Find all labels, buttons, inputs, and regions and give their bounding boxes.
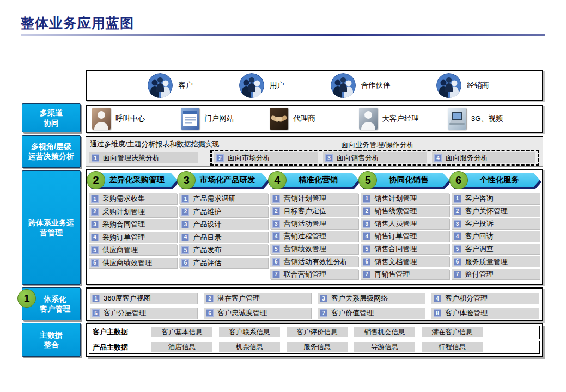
item-label: 营销活动有效性分析 [284,257,348,267]
item-label: 产品维护 [193,207,221,217]
item-number-tile: 7 [320,309,327,317]
process-item: 7赔付管理 [452,269,540,280]
customer-mgmt-item: 2潜在客户管理 [204,293,311,304]
item-number-tile: 5 [363,245,370,253]
sidebar-item-label: 整合 [44,340,59,350]
actor-label: 经销商 [467,81,489,90]
process-item: 3产品设计 [179,219,267,230]
item-number-tile: 4 [454,232,461,240]
key-account-manager-photo-icon [359,108,378,130]
item-number-tile: 1 [454,195,461,203]
item-label: 采购计划管理 [102,207,145,217]
item-number-tile: 2 [216,154,224,162]
master-data-chip: 客户联系信息 [219,327,280,337]
master-data-chip: 行程信息 [422,342,483,352]
process-item: 1销售计划管理 [361,193,449,204]
item-number-tile: 3 [181,220,189,228]
analysis-intro-text: 通过多维度/主题分析报表和数据挖掘实现 [90,139,220,149]
item-number-tile: 7 [363,271,370,278]
item-label: 营销计划管理 [284,194,326,204]
sidebar-item-multi-channel: 多渠道协同 [22,103,81,132]
page-title: 整体业务应用蓝图 [21,14,134,32]
actors-panel: 客户用户合作伙伴经销商 [86,70,543,101]
process-column-4: 精准化营销41营销计划管理2目标客户定位3营销活动管理4营销过程管理5营销绩效管… [270,173,358,281]
process-item: 2采购计划管理 [89,206,177,217]
partners-photo-icon [331,73,356,98]
process-item: 1客户咨询 [452,193,540,204]
channel-group: 代理商 [270,108,358,130]
title-underline [21,34,545,36]
channel-group: 门户网站 [181,108,270,130]
customer-mgmt-item: 6客户忠诚度管理 [204,308,311,318]
process-column-header: 差异化采购管理2 [89,173,177,191]
step-badge: 1 [17,289,36,308]
item-number-tile: 1 [92,295,100,302]
process-item: 4销售订单管理 [361,231,449,242]
item-number-tile: 3 [325,154,333,162]
actor-group: 客户 [148,73,193,98]
channel-label: 3G、视频 [471,114,503,124]
customer-mgmt-item: 5客户分层管理 [90,308,197,318]
item-label: 销售合同管理 [374,244,417,254]
item-label: 服务质量管理 [465,257,508,267]
item-number-tile: 2 [206,295,214,302]
customers-photo-icon [148,73,173,98]
master-data-chip: 酒店信息 [151,342,212,352]
item-label: 产品发布 [193,245,221,255]
item-label: 采购合同管理 [102,219,145,229]
mobile-video-photo-icon [448,108,466,130]
item-number-tile: 3 [91,220,99,228]
item-label: 客户体验管理 [445,308,488,318]
process-item: 1产品需求调研 [179,193,267,204]
analysis-panel: 通过多维度/主题分析报表和数据挖掘实现 面向业务管理/操作分析 1面向管理决策分… [86,136,543,167]
sidebar-item-master-data: 主数据整合 [22,323,81,357]
process-item: 7再销售管理 [361,269,449,280]
item-number-tile: 4 [91,234,99,241]
item-label: 客户积分管理 [445,293,488,303]
process-step-badge: 2 [87,171,105,189]
item-label: 赔付管理 [465,270,494,279]
item-number-tile: 5 [92,309,100,317]
item-number-tile: 6 [363,258,370,266]
item-label: 客户回访 [465,231,494,241]
item-label: 面向服务分析 [446,153,488,163]
item-number-tile: 7 [272,271,280,278]
item-label: 营销绩效管理 [284,244,326,254]
process-item: 5客户调查 [452,244,540,255]
item-number-tile: 1 [272,195,280,203]
sidebar-item-label: 主数据 [40,330,63,340]
item-label: 销售人员管理 [374,219,417,229]
item-label: 销售计划管理 [374,194,417,204]
actor-group: 合作伙伴 [331,73,391,98]
process-item: 2产品维护 [179,206,267,217]
item-label: 销售订单管理 [374,231,417,241]
item-label: 360度客户视图 [104,293,151,303]
item-number-tile: 6 [181,259,189,267]
master-data-chip: 潜在客户信息 [422,327,483,337]
item-number-tile: 2 [272,207,280,215]
item-number-tile: 6 [206,309,214,317]
item-number-tile: 4 [181,234,189,241]
process-item: 5营销绩效管理 [270,244,358,255]
master-data-chip: 机票信息 [219,342,280,352]
item-label: 潜在客户管理 [217,293,260,303]
portal-site-photo-icon [181,108,199,130]
agent-photo-icon [270,108,288,130]
slide: 整体业务应用蓝图 多渠道协同多视角/层级运营决策分析跨体系业务运营管理1体系化客… [0,0,566,392]
item-label: 产品设计 [193,219,221,229]
process-item: 3销售人员管理 [361,218,449,229]
item-label: 面向管理决策分析 [103,153,160,163]
analysis-item: 4面向服务分析 [432,152,535,163]
item-number-tile: 2 [363,207,370,215]
process-item: 6服务质量管理 [452,256,540,267]
item-number-tile: 1 [91,195,99,203]
item-label: 面向市场分析 [228,153,270,163]
item-label: 客户关系层级网络 [331,293,388,303]
item-label: 采购订单管理 [102,232,145,242]
item-label: 供应商绩效管理 [102,258,152,268]
item-label: 产品评估 [193,258,221,268]
item-label: 营销过程管理 [284,231,326,241]
sidebar-item-label: 营管理 [40,228,63,237]
process-item: 2销售线索管理 [361,206,449,217]
process-column-5: 协同化销售51销售计划管理2销售线索管理3销售人员管理4销售订单管理5销售合同管… [361,173,449,281]
